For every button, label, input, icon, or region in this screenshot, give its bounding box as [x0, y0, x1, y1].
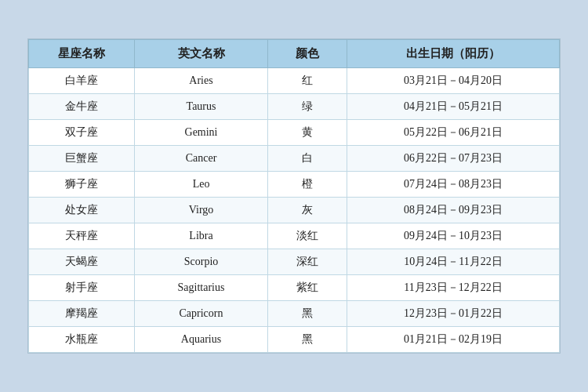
table-row: 水瓶座Aquarius黑01月21日－02月19日	[29, 327, 560, 353]
cell-color: 紫红	[267, 275, 347, 301]
cell-dates: 06月22日－07月23日	[347, 146, 560, 172]
cell-color: 白	[267, 146, 347, 172]
cell-chinese: 天秤座	[29, 223, 135, 249]
cell-color: 红	[267, 68, 347, 94]
table-row: 天秤座Libra淡红09月24日－10月23日	[29, 223, 560, 249]
table-row: 白羊座Aries红03月21日－04月20日	[29, 68, 560, 94]
cell-chinese: 双子座	[29, 120, 135, 146]
cell-english: Aries	[135, 68, 267, 94]
zodiac-table: 星座名称 英文名称 颜色 出生日期（阳历） 白羊座Aries红03月21日－04…	[28, 39, 560, 353]
header-chinese: 星座名称	[29, 40, 135, 68]
cell-color: 橙	[267, 172, 347, 198]
cell-color: 黄	[267, 120, 347, 146]
cell-chinese: 射手座	[29, 275, 135, 301]
header-color: 颜色	[267, 40, 347, 68]
cell-color: 绿	[267, 94, 347, 120]
table-header-row: 星座名称 英文名称 颜色 出生日期（阳历）	[29, 40, 560, 68]
table-row: 金牛座Taurus绿04月21日－05月21日	[29, 94, 560, 120]
cell-english: Capricorn	[135, 301, 267, 327]
header-date: 出生日期（阳历）	[347, 40, 560, 68]
cell-english: Gemini	[135, 120, 267, 146]
table-row: 处女座Virgo灰08月24日－09月23日	[29, 198, 560, 223]
cell-color: 黑	[267, 327, 347, 353]
cell-dates: 08月24日－09月23日	[347, 198, 560, 223]
cell-color: 深红	[267, 249, 347, 275]
cell-chinese: 水瓶座	[29, 327, 135, 353]
cell-dates: 09月24日－10月23日	[347, 223, 560, 249]
cell-chinese: 巨蟹座	[29, 146, 135, 172]
cell-english: Leo	[135, 172, 267, 198]
cell-english: Cancer	[135, 146, 267, 172]
cell-english: Taurus	[135, 94, 267, 120]
cell-english: Aquarius	[135, 327, 267, 353]
table-row: 射手座Sagittarius紫红11月23日－12月22日	[29, 275, 560, 301]
cell-chinese: 处女座	[29, 198, 135, 223]
cell-dates: 11月23日－12月22日	[347, 275, 560, 301]
cell-dates: 01月21日－02月19日	[347, 327, 560, 353]
zodiac-table-wrapper: 星座名称 英文名称 颜色 出生日期（阳历） 白羊座Aries红03月21日－04…	[27, 38, 561, 354]
cell-chinese: 狮子座	[29, 172, 135, 198]
table-row: 摩羯座Capricorn黑12月23日－01月22日	[29, 301, 560, 327]
cell-english: Virgo	[135, 198, 267, 223]
cell-dates: 07月24日－08月23日	[347, 172, 560, 198]
cell-chinese: 金牛座	[29, 94, 135, 120]
table-row: 天蝎座Scorpio深红10月24日－11月22日	[29, 249, 560, 275]
cell-chinese: 白羊座	[29, 68, 135, 94]
cell-dates: 03月21日－04月20日	[347, 68, 560, 94]
table-row: 双子座Gemini黄05月22日－06月21日	[29, 120, 560, 146]
cell-chinese: 摩羯座	[29, 301, 135, 327]
cell-english: Libra	[135, 223, 267, 249]
cell-color: 黑	[267, 301, 347, 327]
table-row: 巨蟹座Cancer白06月22日－07月23日	[29, 146, 560, 172]
cell-dates: 10月24日－11月22日	[347, 249, 560, 275]
header-english: 英文名称	[135, 40, 267, 68]
cell-dates: 12月23日－01月22日	[347, 301, 560, 327]
cell-color: 淡红	[267, 223, 347, 249]
cell-dates: 05月22日－06月21日	[347, 120, 560, 146]
cell-english: Scorpio	[135, 249, 267, 275]
cell-english: Sagittarius	[135, 275, 267, 301]
table-row: 狮子座Leo橙07月24日－08月23日	[29, 172, 560, 198]
cell-color: 灰	[267, 198, 347, 223]
cell-chinese: 天蝎座	[29, 249, 135, 275]
cell-dates: 04月21日－05月21日	[347, 94, 560, 120]
